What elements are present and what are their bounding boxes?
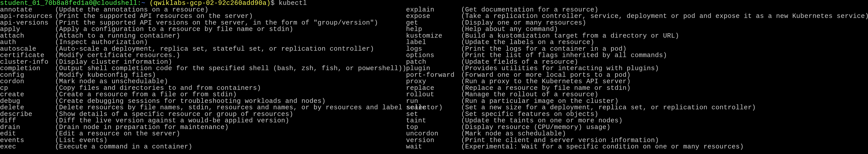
completion-command-desc: (Delete resources by file names, stdin, … (55, 105, 443, 111)
completion-row[interactable]: scale(Set a new size for a deployment, r… (406, 105, 868, 111)
completion-command-name: uncordon (406, 130, 461, 137)
completion-row[interactable]: cordon(Mark node as unschedulable) (0, 78, 406, 85)
completion-command-name: apply (0, 26, 55, 33)
completion-row[interactable]: cp(Copy files and directories to and fro… (0, 85, 406, 91)
completion-command-desc: (Print the list of flags inherited by al… (461, 52, 667, 59)
completion-row[interactable]: certificate(Modify certificate resources… (0, 52, 406, 59)
completion-row[interactable]: taint(Update the taints on one or more n… (406, 117, 868, 124)
completion-row[interactable]: explain(Get documentation for a resource… (406, 7, 868, 13)
completion-command-name: version (406, 137, 461, 144)
completion-command-name: taint (406, 117, 461, 124)
completion-command-name: top (406, 124, 461, 131)
completion-command-name: exec (0, 144, 55, 150)
completion-row[interactable]: debug(Create debugging sessions for trou… (0, 98, 406, 105)
completion-row[interactable]: get(Display one or many resources) (406, 20, 868, 26)
completion-row[interactable]: port-forward(Forward one or more local p… (406, 72, 868, 79)
completion-command-desc: (Display cluster information) (55, 59, 172, 66)
completion-command-desc: (Create a resource from a file or from s… (55, 91, 237, 98)
prompt-project-close: ) (267, 0, 271, 7)
completion-command-name: proxy (406, 78, 461, 85)
completion-command-desc: (Update the taints on one or more nodes) (461, 117, 623, 124)
completion-command-desc: (Output shell completion code for the sp… (55, 65, 406, 72)
completion-command-desc: (Update the labels on a resource) (461, 39, 594, 46)
completion-command-name: annotate (0, 7, 55, 13)
completion-command-desc: (Modify certificate resources.) (55, 52, 180, 59)
completion-column-right: explain(Get documentation for a resource… (406, 7, 868, 150)
completion-row[interactable]: delete(Delete resources by file names, s… (0, 105, 406, 111)
completion-columns: annotate(Update the annotations on a res… (0, 7, 868, 150)
completion-command-desc: (Run a proxy to the Kubernetes API serve… (461, 78, 631, 85)
completion-row[interactable]: cluster-info(Display cluster information… (0, 59, 406, 66)
completion-row[interactable]: api-resources(Print the supported API re… (0, 13, 406, 20)
completion-row[interactable]: top(Display resource (CPU/memory) usage) (406, 124, 868, 131)
completion-command-name: logs (406, 46, 461, 52)
completion-command-desc: (Take a replication controller, service,… (461, 13, 868, 20)
completion-row[interactable]: create(Create a resource from a file or … (0, 91, 406, 98)
completion-command-name: autoscale (0, 46, 55, 52)
completion-command-desc: (Provides utilities for interacting with… (461, 65, 659, 72)
completion-row[interactable]: api-versions(Print the supported API ver… (0, 20, 406, 26)
completion-row[interactable]: describe(Show details of a specific reso… (0, 111, 406, 118)
completion-row[interactable]: events(List events) (0, 137, 406, 144)
completion-command-desc: (Modify kubeconfig files) (55, 72, 156, 79)
completion-command-name: delete (0, 105, 55, 111)
completion-row[interactable]: logs(Print the logs for a container in a… (406, 46, 868, 52)
completion-row[interactable]: apply(Apply a configuration to a resourc… (0, 26, 406, 33)
completion-row[interactable]: completion(Output shell completion code … (0, 65, 406, 72)
completion-command-name: config (0, 72, 55, 79)
completion-command-name: wait (406, 144, 461, 150)
completion-command-name: cp (0, 85, 55, 91)
completion-row[interactable]: autoscale(Auto-scale a deployment, repli… (0, 46, 406, 52)
completion-row[interactable]: patch(Update fields of a resource) (406, 59, 868, 66)
completion-command-name: get (406, 20, 461, 26)
completion-command-name: scale (406, 105, 461, 111)
completion-command-name: auth (0, 39, 55, 46)
completion-command-desc: (Mark node as unschedulable) (55, 78, 168, 85)
completion-command-desc: (Get documentation for a resource) (461, 7, 598, 13)
completion-command-name: api-versions (0, 20, 55, 26)
completion-row[interactable]: expose(Take a replication controller, se… (406, 13, 868, 20)
completion-row[interactable]: rollout(Manage the rollout of a resource… (406, 91, 868, 98)
completion-row[interactable]: label(Update the labels on a resource) (406, 39, 868, 46)
completion-command-desc: (Set a new size for a deployment, replic… (461, 105, 756, 111)
completion-row[interactable]: uncordon(Mark node as schedulable) (406, 130, 868, 137)
completion-row[interactable]: version(Print the client and server vers… (406, 137, 868, 144)
completion-command-name: cordon (0, 78, 55, 85)
completion-row[interactable]: annotate(Update the annotations on a res… (0, 7, 406, 13)
completion-command-desc: (Build a kustomization target from a dir… (461, 33, 679, 39)
completion-row[interactable]: replace(Replace a resource by file name … (406, 85, 868, 91)
completion-command-desc: (Run a particular image on the cluster) (461, 98, 619, 105)
completion-command-desc: (Forward one or more local ports to a po… (461, 72, 631, 79)
terminal-prompt-line[interactable]: student_01_70b8a8fed1a0@cloudshell:~ (qw… (0, 0, 868, 7)
completion-command-desc: (Mark node as schedulable) (461, 130, 566, 137)
completion-command-name: rollout (406, 91, 461, 98)
completion-command-name: api-resources (0, 13, 55, 20)
completion-command-desc: (Manage the rollout of a resource) (461, 91, 598, 98)
completion-row[interactable]: drain(Drain node in preparation for main… (0, 124, 406, 131)
completion-row[interactable]: diff(Diff the live version against a wou… (0, 117, 406, 124)
completion-command-name: run (406, 98, 461, 105)
completion-command-name: debug (0, 98, 55, 105)
completion-row[interactable]: config(Modify kubeconfig files) (0, 72, 406, 79)
completion-command-name: plugin (406, 65, 461, 72)
completion-command-desc: (Show details of a specific resource or … (55, 111, 293, 118)
completion-row[interactable]: attach(Attach to a running container) (0, 33, 406, 39)
completion-command-desc: (Edit a resource on the server) (55, 130, 180, 137)
completion-row[interactable]: wait(Experimental: Wait for a specific c… (406, 144, 868, 150)
completion-row[interactable]: kustomize(Build a kustomization target f… (406, 33, 868, 39)
completion-row[interactable]: options(Print the list of flags inherite… (406, 52, 868, 59)
completion-command-name: explain (406, 7, 461, 13)
completion-row[interactable]: proxy(Run a proxy to the Kubernetes API … (406, 78, 868, 85)
completion-command-desc: (Update the annotations on a resource) (55, 7, 209, 13)
completion-command-name: expose (406, 13, 461, 20)
completion-row[interactable]: plugin(Provides utilities for interactin… (406, 65, 868, 72)
completion-command-desc: (Diff the live version against a would-b… (55, 117, 289, 124)
completion-command-desc: (Update fields of a resource) (461, 59, 578, 66)
completion-row[interactable]: set(Set specific features on objects) (406, 111, 868, 118)
completion-row[interactable]: run(Run a particular image on the cluste… (406, 98, 868, 105)
completion-row[interactable]: edit(Edit a resource on the server) (0, 130, 406, 137)
completion-row[interactable]: auth(Inspect authorization) (0, 39, 406, 46)
completion-row[interactable]: exec(Execute a command in a container) (0, 144, 406, 150)
completion-row[interactable]: help(Help about any command) (406, 26, 868, 33)
completion-command-name: describe (0, 111, 55, 118)
